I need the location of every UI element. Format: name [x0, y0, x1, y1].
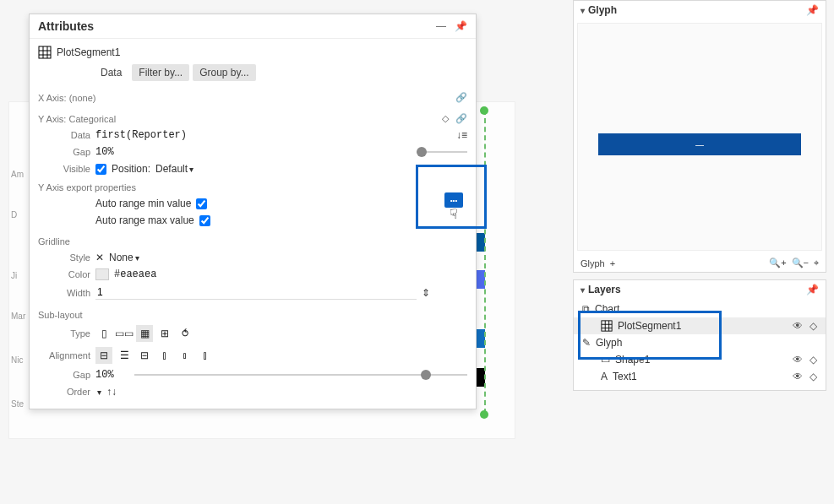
y-tick: Am	[11, 170, 24, 179]
order-dropdown[interactable]	[95, 386, 101, 398]
plot-segment-handle-top[interactable]	[480, 106, 488, 115]
zoom-fit-icon[interactable]: ⌖	[814, 257, 819, 268]
alignment-label: Alignment	[38, 350, 90, 360]
align-right-icon[interactable]: ⊟	[136, 347, 153, 364]
plot-segment-handle-bottom[interactable]	[480, 410, 488, 419]
type-stacked-x-icon[interactable]: ▯	[95, 325, 112, 342]
zoom-out-icon[interactable]: 🔍−	[792, 257, 809, 268]
auto-min-checkbox[interactable]	[196, 198, 207, 209]
width-input[interactable]	[95, 285, 417, 300]
align-bottom-icon[interactable]: ⫿	[197, 347, 214, 364]
glyph-footer-label: Glyph	[581, 258, 605, 268]
align-center-icon[interactable]: ☰	[116, 347, 133, 364]
y-axis-section-label: Y Axis: Categorical	[38, 114, 116, 124]
layer-glyph[interactable]: ✎Glyph	[574, 334, 826, 351]
layer-chart[interactable]: ⧉Chart	[574, 301, 826, 317]
y-tick: D	[11, 210, 17, 219]
color-value[interactable]: #eaeaea	[114, 268, 156, 280]
tab-group-by[interactable]: Group by...	[193, 64, 255, 81]
stepper-icon[interactable]: ⇕	[422, 287, 430, 299]
data-label: Data	[38, 130, 90, 140]
auto-max-label: Auto range max value	[95, 214, 194, 226]
sublayout-gap-slider[interactable]	[134, 369, 467, 381]
align-left-icon[interactable]: ⊟	[95, 347, 112, 364]
gridline-section-label: Gridline	[38, 236, 70, 247]
eye-icon[interactable]: 👁	[793, 371, 803, 382]
visible-label: Visible	[38, 164, 90, 174]
eye-icon[interactable]: 👁	[793, 320, 803, 332]
gap-value[interactable]: 10%	[95, 146, 129, 158]
layer-plot-segment[interactable]: PlotSegment1 👁◇	[574, 317, 826, 334]
glyph-icon: ✎	[582, 337, 591, 349]
eye-icon[interactable]: 👁	[793, 354, 803, 366]
glyph-panel: ▾Glyph 📌 — Glyph + 🔍+ 🔍− ⌖	[573, 0, 826, 273]
attributes-panel: Attributes — 📌 PlotSegment1 Data Filter …	[29, 14, 477, 409]
chevron-down-icon[interactable]: ▾	[581, 285, 585, 295]
visible-checkbox[interactable]	[95, 164, 106, 175]
pin-icon[interactable]: 📌	[455, 20, 467, 32]
tab-data[interactable]: Data	[94, 64, 128, 81]
type-grid-icon[interactable]: ▦	[136, 325, 153, 342]
y-tick: Ste	[11, 399, 24, 409]
chevron-down-icon[interactable]: ▾	[581, 6, 585, 15]
add-glyph-button[interactable]: +	[610, 258, 615, 268]
svg-rect-5	[602, 321, 612, 331]
glyph-canvas[interactable]: —	[577, 23, 822, 251]
eraser-icon[interactable]: ◇	[809, 320, 817, 332]
tab-filter-by[interactable]: Filter by...	[132, 64, 189, 81]
sublayout-gap-label: Gap	[38, 370, 90, 380]
gap-slider[interactable]	[417, 146, 467, 158]
eraser-icon[interactable]: ◇	[809, 354, 817, 366]
gap-label: Gap	[38, 147, 90, 157]
link-icon[interactable]: 🔗	[455, 113, 467, 124]
plot-segment-icon	[38, 46, 52, 59]
layers-title: Layers	[588, 284, 621, 295]
glyph-title: Glyph	[588, 4, 617, 16]
sort-asc-icon[interactable]: ↑↓	[106, 386, 117, 398]
type-packing-icon[interactable]: ⊞	[156, 325, 173, 342]
sublayout-gap-value[interactable]: 10%	[95, 369, 129, 381]
cursor-hand-icon: ☟	[450, 206, 458, 222]
eraser-icon[interactable]: ◇	[809, 371, 817, 382]
color-swatch[interactable]	[95, 268, 109, 280]
y-tick: Mar	[11, 312, 25, 321]
layer-text1[interactable]: AText1 👁◇	[574, 368, 826, 385]
layers-panel: ▾Layers 📌 ⧉Chart PlotSegment1 👁◇ ✎Glyph …	[573, 279, 826, 391]
pin-icon[interactable]: 📌	[806, 284, 819, 295]
align-middle-icon[interactable]: ⫾	[177, 347, 194, 364]
type-iconstrip: ▯ ▭▭ ▦ ⊞ ⥀	[95, 325, 194, 342]
type-stacked-y-icon[interactable]: ▭▭	[116, 325, 133, 342]
link-icon[interactable]: 🔗	[455, 92, 467, 103]
chart-icon: ⧉	[582, 303, 590, 315]
type-jitter-icon[interactable]: ⥀	[177, 325, 194, 342]
x-axis-section-label: X Axis: (none)	[38, 93, 95, 103]
type-label: Type	[38, 328, 90, 339]
glyph-bar-shape[interactable]: —	[598, 133, 801, 155]
alignment-iconstrip: ⊟ ☰ ⊟ ⫿ ⫾ ⫿	[95, 347, 214, 364]
pin-icon[interactable]: 📌	[806, 4, 819, 16]
object-name: PlotSegment1	[57, 46, 120, 58]
clear-style-icon[interactable]: ✕	[95, 252, 104, 263]
y-tick: Ji	[11, 271, 17, 280]
eraser-icon[interactable]: ◇	[442, 113, 449, 124]
zoom-in-icon[interactable]: 🔍+	[769, 257, 786, 268]
style-label: Style	[38, 252, 90, 263]
auto-min-label: Auto range min value	[95, 198, 191, 209]
minimize-icon[interactable]: —	[436, 20, 446, 32]
layer-shape1[interactable]: ▭Shape1 👁◇	[574, 351, 826, 368]
sublayout-section-label: Sub-layout	[38, 310, 83, 320]
plot-segment-track[interactable]	[484, 110, 486, 414]
align-top-icon[interactable]: ⫿	[156, 347, 173, 364]
shape-icon: ▭	[601, 354, 610, 366]
export-props-label: Y Axis export properties	[38, 182, 136, 192]
sort-icon[interactable]: ↓≡	[456, 129, 467, 141]
position-dropdown[interactable]: Default	[155, 163, 194, 175]
auto-max-checkbox[interactable]	[199, 215, 210, 226]
order-label: Order	[38, 387, 90, 397]
data-expression[interactable]: first(Reporter)	[95, 129, 187, 141]
style-dropdown[interactable]: None	[109, 252, 139, 263]
color-label: Color	[38, 269, 90, 279]
text-icon: A	[601, 371, 608, 382]
svg-rect-0	[39, 46, 51, 58]
plot-segment-icon	[601, 320, 613, 332]
